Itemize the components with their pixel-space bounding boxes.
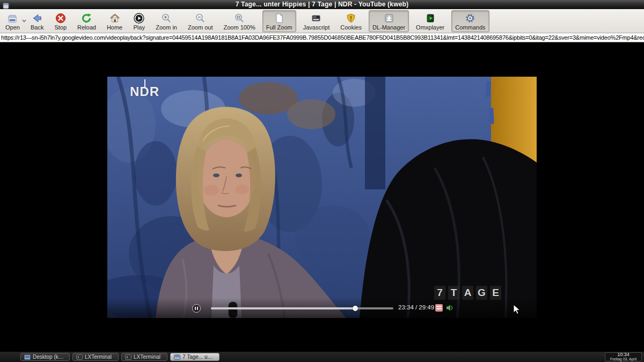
reload-button[interactable]: Reload: [74, 10, 100, 32]
stop-button[interactable]: Stop: [50, 10, 70, 32]
omxplayer-button-label: Omxplayer: [416, 24, 444, 31]
taskbar-item[interactable]: 7 Tage... unt...: [170, 353, 219, 361]
window-titlebar: 7 Tage... unter Hippies | 7 Tage | NDR -…: [0, 0, 644, 9]
omxplayer-icon: [425, 13, 436, 24]
full-zoom-button[interactable]: Full Zoom: [262, 10, 296, 32]
omxplayer-button[interactable]: Omxplayer: [412, 10, 448, 32]
taskbar-clock[interactable]: 10:34 Freitag 03. April: [605, 352, 642, 361]
reload-button-label: Reload: [77, 24, 96, 31]
commands-button[interactable]: Commands: [451, 10, 489, 32]
dl-manager-icon: [383, 13, 395, 24]
taskbar-item[interactable]: LXTerminal: [72, 353, 119, 361]
desktop-root: 7 Tage... unter Hippies | 7 Tage | NDR -…: [0, 0, 644, 362]
pause-button[interactable]: [192, 304, 201, 313]
time-display: 23:34 / 29:49: [398, 304, 434, 311]
stop-button-label: Stop: [54, 24, 67, 31]
reload-icon: [80, 13, 92, 24]
browser-toolbar: OpenBackStopReloadHomePlayZoom inZoom ou…: [0, 9, 644, 33]
zoom-100-button[interactable]: Zoom 100%: [219, 10, 259, 32]
commands-button-label: Commands: [455, 24, 485, 31]
progress-scrubber[interactable]: [353, 306, 358, 311]
page-content: NDR 7TAGE 23:34 / 29:49: [0, 42, 644, 352]
cookies-button-label: Cookies: [340, 24, 362, 31]
commands-icon: [464, 13, 476, 24]
video-player[interactable]: NDR 7TAGE 23:34 / 29:49: [107, 77, 537, 318]
taskbar: Desktop (kw...LXTerminalLXTerminal7 Tage…: [0, 352, 644, 362]
terminal-icon: [76, 354, 83, 360]
taskbar-item-label: 7 Tage... unt...: [182, 354, 216, 360]
dl-manager-button[interactable]: DL-Manager: [369, 10, 409, 32]
taskbar-item[interactable]: Desktop (kw...: [20, 353, 70, 361]
back-icon: [31, 13, 43, 24]
zoom-out-button[interactable]: Zoom out: [184, 10, 216, 32]
taskbar-item[interactable]: LXTerminal: [121, 353, 167, 361]
play-button-label: Play: [134, 24, 145, 31]
clock-date: Freitag 03. April: [610, 357, 636, 361]
home-button[interactable]: Home: [103, 10, 126, 32]
back-button[interactable]: Back: [27, 10, 47, 32]
window-title: 7 Tage... unter Hippies | 7 Tage | NDR -…: [0, 0, 644, 9]
open-icon: [6, 13, 18, 24]
stop-icon: [55, 13, 67, 24]
cookies-icon: [345, 13, 357, 24]
home-icon: [109, 13, 121, 24]
zoom-in-icon: [160, 13, 172, 24]
javascript-icon: [310, 13, 322, 24]
zoom-in-button[interactable]: Zoom in: [152, 10, 181, 32]
chevron-down-icon[interactable]: [22, 15, 26, 18]
open-button[interactable]: Open: [2, 10, 24, 32]
javascript-button-label: Javascript: [303, 24, 330, 31]
zoom-in-button-label: Zoom in: [156, 24, 177, 31]
javascript-button[interactable]: Javascript: [299, 10, 334, 32]
clock-time: 10:34: [617, 352, 630, 357]
zoom-100-button-label: Zoom 100%: [223, 24, 255, 31]
full-zoom-icon: [273, 13, 285, 24]
progress-fill: [211, 307, 355, 309]
taskbar-window-list: Desktop (kw...LXTerminalLXTerminal7 Tage…: [20, 353, 219, 361]
dl-manager-button-label: DL-Manager: [372, 24, 405, 31]
browser-icon: [174, 354, 180, 360]
audio-icon[interactable]: [446, 304, 453, 312]
desktop-icon: [24, 354, 31, 360]
taskbar-item-label: LXTerminal: [85, 354, 112, 360]
video-control-bar: 23:34 / 29:49: [107, 298, 537, 318]
url-bar[interactable]: https://r13---sn-i5h7ln7y.googlevideo.co…: [0, 33, 644, 42]
zoom-out-icon: [194, 13, 206, 24]
zoom-out-button-label: Zoom out: [188, 24, 213, 31]
open-button-label: Open: [5, 24, 20, 31]
film-icon[interactable]: [435, 304, 443, 312]
play-button[interactable]: Play: [129, 10, 149, 32]
taskbar-item-label: Desktop (kw...: [33, 354, 66, 360]
full-zoom-button-label: Full Zoom: [266, 24, 292, 31]
home-button-label: Home: [107, 24, 122, 31]
progress-track[interactable]: [211, 307, 393, 309]
play-icon: [133, 13, 145, 24]
terminal-icon: [125, 354, 131, 360]
ndr-logo-mark: [144, 79, 145, 87]
back-button-label: Back: [31, 24, 43, 31]
zoom-100-icon: [233, 13, 245, 24]
video-content[interactable]: [107, 77, 537, 318]
mouse-cursor: [513, 304, 521, 315]
ndr-channel-logo: NDR: [130, 85, 159, 98]
cookies-button[interactable]: Cookies: [336, 10, 365, 32]
taskbar-item-label: LXTerminal: [134, 354, 160, 360]
